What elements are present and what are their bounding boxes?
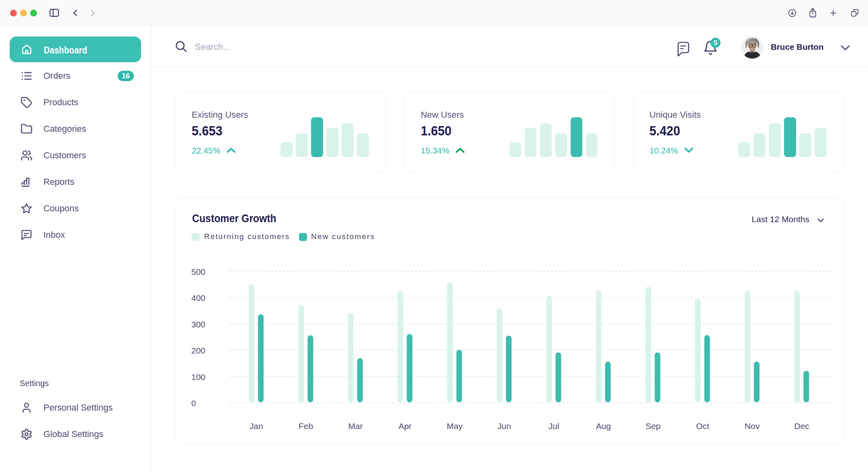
svg-text:Mar: Mar [348,421,363,431]
svg-text:400: 400 [191,293,205,302]
svg-text:Oct: Oct [696,421,709,431]
svg-text:Sep: Sep [645,421,660,431]
svg-text:Nov: Nov [745,421,760,431]
svg-text:Jul: Jul [549,421,559,431]
svg-text:0: 0 [191,398,196,408]
svg-text:Jun: Jun [497,421,511,431]
svg-text:Jan: Jan [250,421,263,431]
svg-text:Apr: Apr [399,421,412,431]
svg-text:May: May [447,421,463,431]
svg-text:200: 200 [191,346,205,355]
svg-text:Feb: Feb [299,421,313,431]
svg-text:Dec: Dec [794,421,809,431]
svg-text:Aug: Aug [596,421,611,431]
svg-text:500: 500 [191,267,205,276]
svg-text:100: 100 [191,372,205,382]
svg-text:300: 300 [191,320,205,329]
